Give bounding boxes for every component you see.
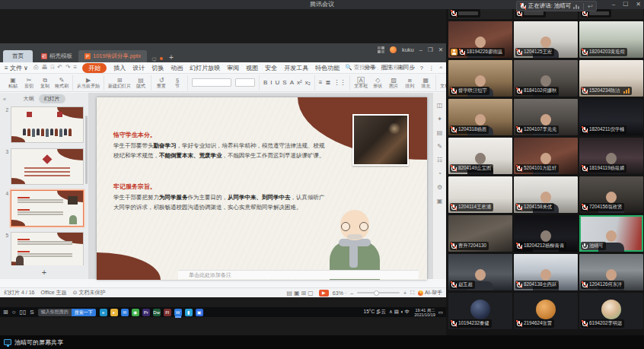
font-name-select[interactable] [192, 78, 231, 87]
tab-document[interactable]: P 1019培训分享.pptx [78, 50, 147, 62]
participant-tile[interactable]: 1204318杨恩 [448, 99, 512, 135]
taskbar-app-phone[interactable]: ▮ [185, 309, 193, 316]
minimize-button[interactable]: – [612, 0, 615, 9]
tool-节[interactable]: §节 [171, 77, 183, 89]
view-icon-0[interactable]: ▤ [286, 290, 292, 297]
participant-tile[interactable]: 15204234陈洁 [579, 60, 643, 97]
format-x₂[interactable]: x₂ [305, 79, 311, 86]
format-B[interactable]: B [263, 79, 267, 86]
quick-icon-1[interactable]: 🖶 [41, 64, 47, 71]
right-panel-icon-5[interactable]: ◔ [438, 170, 442, 177]
right-panel-icon-0[interactable]: ◫ [437, 102, 443, 109]
participant-tile[interactable] [448, 9, 512, 19]
tool2-图片[interactable]: ▨图片 [387, 77, 400, 89]
new-tab-button[interactable]: + [169, 53, 174, 62]
add-slide-button[interactable]: + [0, 267, 88, 278]
tab-docer[interactable]: 稻 稻壳模板 [35, 50, 78, 62]
tab-home[interactable]: 首页 [3, 50, 33, 62]
participant-tile[interactable]: 18194119杨筱媚 [579, 138, 643, 174]
participant-tile[interactable]: 1204114王君浦 [448, 176, 512, 213]
ribbon-action-2[interactable]: 未同步 [397, 64, 415, 71]
zoom-out-button[interactable]: – [350, 290, 353, 296]
format-x²[interactable]: x² [297, 79, 302, 86]
weather-label[interactable]: 15°C 多云 [364, 309, 386, 316]
participant-tile[interactable]: 18204211倪学楠 [579, 99, 643, 135]
user-avatar[interactable] [390, 46, 397, 53]
participant-tile[interactable]: 5204101方廷轩 [514, 138, 578, 174]
taskbar-app-photos[interactable]: ▣ [196, 309, 203, 316]
align-2[interactable]: ⋮⋮ [333, 79, 346, 86]
tray-icon-2[interactable]: ◖ [400, 309, 403, 314]
right-panel-icon-7[interactable]: ▣ [437, 198, 443, 205]
comment-bubble-icon[interactable]: 🗨 [151, 57, 157, 62]
taskbar-app-security[interactable]: ◉ [132, 309, 139, 316]
tray-icon-1[interactable]: ▤ [394, 309, 399, 314]
tool-复制[interactable]: ⧉复制 [39, 77, 51, 89]
tray-icon-3[interactable]: 中 [405, 309, 410, 314]
clock[interactable]: 19:41 周二 2021/10/19 [414, 308, 435, 317]
participant-tile[interactable]: 赵玉超 [448, 254, 512, 290]
protection-label[interactable]: ⊙ 文档未保护 [73, 289, 106, 297]
panel-scrollbar[interactable] [85, 116, 88, 184]
ribbon-action-4[interactable]: ⋮ [429, 65, 435, 71]
tray-icon-0[interactable]: ∧ [389, 309, 393, 314]
view-icon-1[interactable]: ▣ [294, 290, 300, 297]
format-A[interactable]: A [290, 79, 294, 86]
participant-tile[interactable]: 18204212杨柳青青 [514, 215, 578, 252]
ribbon-tab-插入[interactable]: 插入 [113, 64, 126, 72]
format-I[interactable]: I [270, 79, 272, 86]
participant-tile[interactable]: 池晴可 [579, 215, 643, 252]
participant-tile[interactable]: 1204126何东洋 [579, 254, 643, 290]
ai-assistant-button[interactable]: AI-帮手 [418, 289, 442, 297]
slide-thumbnail-2[interactable]: 2 [3, 106, 84, 143]
ribbon-tab-安全[interactable]: 安全 [265, 64, 277, 72]
taskbar-app-dreamweaver[interactable]: Dw [153, 309, 161, 316]
wps-close-button[interactable]: ✕ [438, 46, 443, 53]
quick-icon-3[interactable]: ↶ [57, 64, 62, 71]
zoom-level[interactable]: 63% · [333, 290, 346, 296]
ribbon-tab-切换[interactable]: 切换 [151, 64, 164, 72]
participant-tile[interactable]: 8204138仝西跃 [514, 254, 578, 290]
taskbar-app-flash[interactable]: Fl [164, 309, 171, 316]
participant-tile[interactable]: 6194202李明远 [579, 293, 643, 329]
panel-collapse-button[interactable]: « [3, 97, 6, 102]
apps-grid-icon[interactable] [378, 46, 384, 53]
tool-版式[interactable]: ▤版式 [135, 77, 147, 89]
taskbar-app-explorer[interactable]: ▸ [110, 309, 118, 316]
ribbon-tab-幻灯片放映[interactable]: 幻灯片放映 [190, 64, 220, 72]
file-menu[interactable]: ≡ 文件 ∨ [5, 64, 28, 72]
tool2-排列[interactable]: ⧈排列 [403, 77, 416, 89]
search-go-button[interactable]: 搜索一下 [72, 309, 96, 316]
ribbon-tab-开始[interactable]: 开始 [82, 63, 107, 73]
participant-tile[interactable]: 18194226廖雨温 [448, 21, 512, 58]
taskbar-search-icon[interactable]: ○ [12, 309, 16, 316]
font-size-select[interactable] [235, 78, 255, 87]
task-view-button[interactable]: ▯▯ [20, 309, 27, 316]
align-0[interactable]: ≡ [319, 79, 323, 86]
tool-从当前开始[interactable]: ▶从当前开始 [77, 77, 100, 89]
taskbar-search-box[interactable]: 输入你想搜的 搜索一下 [38, 309, 96, 316]
maximize-button[interactable]: ☐ [623, 0, 628, 9]
notification-center-button[interactable]: ▭ [438, 309, 443, 316]
notes-placeholder[interactable]: 单击此处添加备注 [178, 270, 419, 279]
format-U[interactable]: U [276, 79, 280, 86]
ribbon-tab-视图[interactable]: 视图 [246, 64, 258, 72]
start-button[interactable]: ⊞ [3, 309, 8, 316]
ribbon-tab-动画[interactable]: 动画 [171, 64, 183, 72]
ribbon-tab-特色功能[interactable]: 特色功能 [315, 64, 340, 72]
collapse-arrow-icon[interactable]: ↩ [588, 3, 593, 10]
participant-tile[interactable]: 10194232秦健 [448, 293, 512, 329]
quick-icon-0[interactable]: ⎙ [33, 64, 38, 71]
ribbon-tab-设计[interactable]: 设计 [132, 64, 145, 72]
quick-icon-5[interactable]: ≡ [74, 64, 78, 71]
right-panel-icon-4[interactable]: ☷ [437, 157, 442, 163]
ribbon-tab-审阅[interactable]: 审阅 [227, 64, 239, 72]
participant-tile[interactable]: 8204149丘宝图 [448, 138, 512, 174]
zoom-in-button[interactable]: + [403, 290, 406, 296]
view-icon-2[interactable]: ⊞ [301, 290, 307, 297]
tool-格式刷[interactable]: ✎格式刷 [55, 77, 69, 89]
taskbar-app-mail[interactable]: ✉ [121, 309, 129, 316]
tool2-文档助手[interactable]: ▥文档助手 [440, 77, 446, 89]
tool-重置[interactable]: ↺重置 [155, 77, 167, 89]
slide-thumbnail-5[interactable]: 5 [3, 232, 84, 265]
